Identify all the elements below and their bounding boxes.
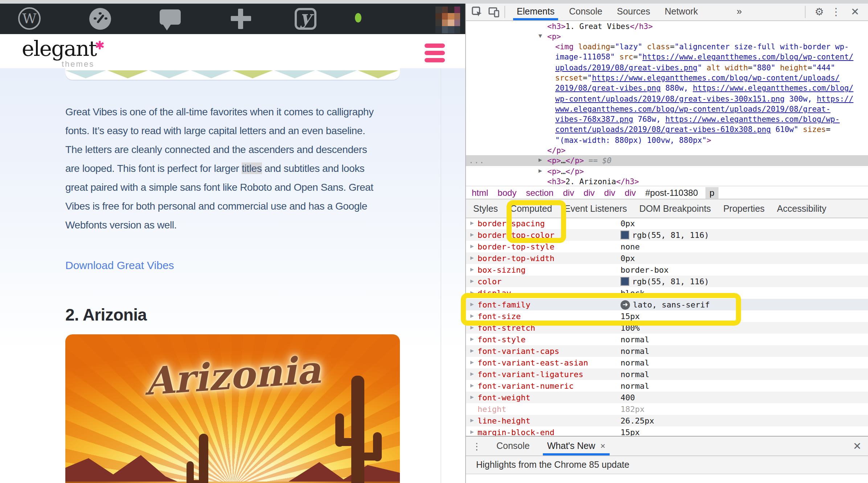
elements-tree-node[interactable]: </p> — [466, 145, 868, 156]
inspect-element-icon[interactable] — [472, 6, 483, 17]
elements-tree-node[interactable]: <h3>2. Arizonia</h3> — [466, 176, 868, 186]
device-toolbar-icon[interactable] — [488, 6, 499, 17]
goto-source-arrow-icon[interactable]: ➜ — [621, 300, 630, 309]
disclosure-arrow-icon[interactable]: ▶ — [470, 371, 474, 377]
elements-tree-node[interactable]: www.elegantthemes.com/blog/wp-content/up… — [466, 104, 868, 114]
computed-property-row[interactable]: ▶box-sizingborder-box — [466, 264, 868, 276]
elements-tree-node[interactable]: 2019/08/great-vibes.png 880w, https://ww… — [466, 83, 868, 94]
elements-tree-node[interactable]: srcset="https://www.elegantthemes.com/bl… — [466, 73, 868, 83]
disclosure-arrow-icon[interactable]: ▶ — [470, 383, 474, 389]
disclosure-arrow-icon[interactable]: ▶ — [470, 337, 474, 342]
disclosure-arrow-icon[interactable]: ▶ — [470, 360, 474, 366]
settings-gear-icon[interactable]: ⚙ — [815, 3, 824, 20]
comments-icon[interactable] — [160, 9, 181, 24]
disclosure-arrow-icon[interactable]: ▶ — [470, 348, 474, 354]
disclosure-arrow-icon[interactable]: ▶ — [470, 255, 474, 261]
breadcrumb-item[interactable]: div — [584, 187, 595, 198]
avatar-pixel — [442, 20, 448, 26]
devtools-tab-elements[interactable]: Elements — [509, 3, 562, 20]
computed-property-row[interactable]: ▶font-family➜lato, sans-serif — [466, 299, 868, 310]
property-value: normal — [621, 370, 650, 379]
computed-property-row[interactable]: ▶line-height26.25px — [466, 415, 868, 426]
devtools-tab-network[interactable]: Network — [658, 3, 705, 20]
elements-tree-node[interactable]: wp-content/uploads/2019/08/great-vibes-3… — [466, 93, 868, 104]
elegant-themes-logo[interactable]: elegant✱ — [22, 36, 104, 61]
user-avatar[interactable] — [435, 6, 460, 33]
computed-property-row[interactable]: ▶font-stylenormal — [466, 334, 868, 345]
elements-tree-node[interactable]: <img loading="lazy" class="aligncenter s… — [466, 41, 868, 52]
sidebar-tab-properties[interactable]: Properties — [723, 203, 765, 214]
computed-property-row[interactable]: ▶font-weight400 — [466, 392, 868, 403]
computed-property-row[interactable]: ▶font-variant-capsnormal — [466, 345, 868, 357]
disclosure-arrow-icon[interactable]: ▶ — [470, 244, 474, 249]
computed-property-row[interactable]: ▶font-variant-numericnormal — [466, 380, 868, 392]
computed-property-row[interactable]: ▶font-stretch100% — [466, 322, 868, 334]
computed-property-row[interactable]: ▶colorrgb(55, 81, 116) — [466, 276, 868, 287]
dashboard-gauge-icon[interactable] — [89, 8, 111, 29]
drawer-menu-icon[interactable]: ⋮ — [466, 441, 488, 451]
download-great-vibes-link[interactable]: Download Great Vibes — [65, 259, 174, 271]
computed-property-row[interactable]: ▶border-top-stylenone — [466, 241, 868, 252]
disclosure-arrow-icon[interactable]: ▶ — [470, 418, 474, 424]
breadcrumb-item[interactable]: div — [625, 187, 636, 198]
elements-tree-node[interactable]: uploads/2019/08/great-vibes.png" alt wid… — [466, 62, 868, 73]
breadcrumb-item[interactable]: section — [526, 187, 553, 198]
disclosure-arrow-icon[interactable]: ▶ — [470, 429, 474, 435]
disclosure-arrow-icon[interactable]: ▶ — [470, 302, 474, 307]
computed-property-row[interactable]: height182px — [466, 403, 868, 415]
disclosure-arrow-icon[interactable]: ▶ — [470, 267, 474, 273]
breadcrumb-item[interactable]: body — [498, 187, 516, 198]
close-drawer-icon[interactable]: ✕ — [853, 437, 861, 455]
computed-property-row[interactable]: ▶border-spacing0px — [466, 218, 868, 229]
breadcrumb-item[interactable]: #post-110380 — [645, 187, 698, 198]
expand-arrow-icon[interactable]: ▼ — [539, 31, 542, 42]
devtools-tab-sources[interactable]: Sources — [610, 3, 658, 20]
disclosure-arrow-icon[interactable]: ▶ — [470, 395, 474, 400]
computed-property-row[interactable]: ▶font-size15px — [466, 310, 868, 322]
sidebar-tab-dom-breakpoints[interactable]: DOM Breakpoints — [639, 203, 711, 214]
computed-property-row[interactable]: ▶margin-block-end15px — [466, 426, 868, 436]
computed-property-row[interactable]: ▶font-variant-east-asiannormal — [466, 357, 868, 368]
expand-arrow-icon[interactable]: ▶ — [539, 166, 542, 176]
devtools-tab-console[interactable]: Console — [562, 3, 610, 20]
overflow-dots-icon[interactable]: ... — [469, 156, 485, 166]
disclosure-arrow-icon[interactable]: ▶ — [470, 325, 474, 331]
computed-property-row[interactable]: ▶border-top-width0px — [466, 252, 868, 264]
elements-tree-node[interactable]: ...▶<p>…</p> == $0 — [466, 156, 868, 166]
disclosure-arrow-icon[interactable]: ▶ — [470, 278, 474, 284]
elements-tree-node[interactable]: vibes-768x387.png 768w, https://www.eleg… — [466, 114, 868, 124]
close-devtools-icon[interactable]: ✕ — [851, 3, 859, 20]
disclosure-arrow-icon[interactable]: ▶ — [470, 220, 474, 226]
breadcrumb-item[interactable]: p — [705, 187, 718, 198]
breadcrumb-item[interactable]: html — [472, 187, 488, 198]
computed-property-row[interactable]: ▶displayblock — [466, 287, 868, 299]
elements-tree-node[interactable]: ▶<p>…</p> — [466, 166, 868, 176]
whats-new-banner[interactable]: Highlights from the Chrome 85 update — [466, 456, 868, 474]
disclosure-arrow-icon[interactable]: ▶ — [470, 290, 474, 296]
breadcrumb-item[interactable]: div — [604, 187, 615, 198]
sidebar-tab-accessibility[interactable]: Accessibility — [777, 203, 826, 214]
elements-tree-node[interactable]: <h3>1. Great Vibes</h3> — [466, 21, 868, 31]
elements-tree-node[interactable]: "(max-width: 880px) 100vw, 880px"> — [466, 135, 868, 145]
more-tabs-icon[interactable]: » — [737, 3, 742, 19]
sidebar-tab-styles[interactable]: Styles — [473, 203, 498, 214]
elements-tree-node[interactable]: image-111058" src="https://www.elegantth… — [466, 52, 868, 62]
computed-property-row[interactable]: ▶font-variant-ligaturesnormal — [466, 368, 868, 380]
breadcrumb-item[interactable]: div — [563, 187, 574, 198]
new-post-plus-icon[interactable] — [230, 16, 251, 21]
elements-tree-node[interactable]: content/uploads/2019/08/great-vibes-610x… — [466, 124, 868, 135]
hamburger-menu-icon[interactable] — [425, 44, 445, 65]
close-tab-icon[interactable]: × — [600, 441, 605, 451]
computed-property-row[interactable]: ▶border-top-colorrgb(55, 81, 116) — [466, 229, 868, 241]
sidebar-tab-computed[interactable]: Computed — [510, 203, 552, 214]
elements-tree-node[interactable]: ▼<p> — [466, 31, 868, 42]
drawer-tab-what-s-new[interactable]: What's New× — [539, 437, 614, 455]
wordpress-logo-icon[interactable]: W — [18, 7, 41, 29]
disclosure-arrow-icon[interactable]: ▶ — [470, 232, 474, 238]
sidebar-tab-event-listeners[interactable]: Event Listeners — [564, 203, 627, 214]
drawer-tab-console[interactable]: Console — [488, 437, 539, 455]
disclosure-arrow-icon[interactable]: ▶ — [470, 313, 474, 319]
expand-arrow-icon[interactable]: ▶ — [539, 156, 542, 166]
kebab-menu-icon[interactable]: ⋮ — [831, 3, 841, 20]
yoast-seo-icon[interactable]: y — [295, 8, 316, 29]
